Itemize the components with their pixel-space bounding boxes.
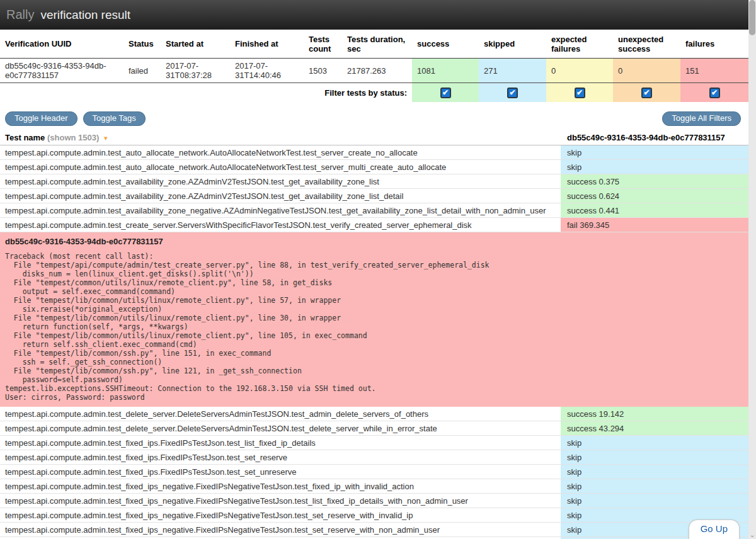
table-row[interactable]: tempest.api.compute.admin.test_delete_se… xyxy=(0,421,748,436)
summary-expected-failures-count: 0 xyxy=(546,59,613,83)
table-row[interactable]: tempest.api.compute.admin.test_auto_allo… xyxy=(0,160,748,174)
col-header-uuid: Verification UUID xyxy=(0,30,123,59)
test-status-cell: skip xyxy=(561,436,748,450)
table-row[interactable]: tempest.api.compute.admin.test_availabil… xyxy=(0,189,748,203)
test-status-cell: skip xyxy=(561,479,748,493)
test-name-cell: tempest.api.compute.admin.test_fixed_ips… xyxy=(0,479,561,493)
summary-tests-count: 1503 xyxy=(304,59,342,83)
toggle-header-button[interactable]: Toggle Header xyxy=(5,111,77,126)
table-row[interactable]: tempest.api.compute.admin.test_fixed_ips… xyxy=(0,436,748,450)
test-status-cell: success 19.142 xyxy=(561,407,748,421)
col-header-count: Tests count xyxy=(304,30,342,59)
test-status-cell: success 0.375 xyxy=(561,174,748,188)
checkmark-icon: ✔ xyxy=(643,89,650,96)
summary-skipped-count: 271 xyxy=(479,59,546,83)
test-name-cell: tempest.api.compute.admin.test_delete_se… xyxy=(0,421,561,435)
test-status-cell: skip xyxy=(561,465,748,479)
sort-caret-icon: ▾ xyxy=(104,134,108,142)
col-header-status: Status xyxy=(123,30,161,59)
test-name-cell: tempest.api.compute.admin.test_fixed_ips… xyxy=(0,494,561,508)
filter-cell-skipped: ✔ xyxy=(479,83,546,102)
checkmark-icon: ✔ xyxy=(442,89,449,96)
scrollbar-thumb[interactable] xyxy=(749,0,755,35)
filter-checkbox-failures[interactable]: ✔ xyxy=(709,88,720,98)
col-header-skipped: skipped xyxy=(479,30,546,59)
table-row[interactable]: tempest.api.compute.admin.test_auto_allo… xyxy=(0,145,748,160)
table-row[interactable]: tempest.api.compute.admin.test_fixed_ips… xyxy=(0,523,748,537)
filter-cell-expected-failures: ✔ xyxy=(546,83,613,102)
test-name-cell: tempest.api.compute.admin.test_availabil… xyxy=(0,174,561,188)
table-row[interactable]: tempest.api.compute.admin.test_create_se… xyxy=(0,218,748,232)
test-name-label: Test name xyxy=(5,133,45,142)
tests-table-header: Test name (shown 1503) ▾ db55c49c-9316-4… xyxy=(0,130,748,145)
checkmark-icon: ✔ xyxy=(576,89,583,96)
scrollbar-down-icon[interactable]: ⌄ xyxy=(748,531,756,538)
col-header-failures: failures xyxy=(680,30,748,59)
page-title: verification result xyxy=(40,8,130,22)
shown-count-label: (shown 1503) xyxy=(47,133,99,142)
summary-status: failed xyxy=(123,59,161,83)
table-row[interactable]: tempest.api.compute.admin.test_delete_se… xyxy=(0,407,748,421)
col-header-started: Started at xyxy=(161,30,230,59)
col-header-unexpected-success: unexpected success xyxy=(613,30,680,59)
table-row[interactable]: tempest.api.compute.admin.test_fixed_ips… xyxy=(0,508,748,523)
test-name-cell: tempest.api.compute.admin.test_auto_allo… xyxy=(0,145,561,159)
test-name-cell: tempest.api.compute.admin.test_availabil… xyxy=(0,189,561,203)
test-name-cell: tempest.api.compute.admin.test_delete_se… xyxy=(0,407,561,421)
filter-checkbox-success[interactable]: ✔ xyxy=(440,88,451,98)
test-name-cell: tempest.api.compute.admin.test_fixed_ips… xyxy=(0,523,561,536)
test-status-cell: skip xyxy=(561,494,748,508)
filter-cell-unexpected-success: ✔ xyxy=(613,83,680,102)
filter-cell-success: ✔ xyxy=(412,83,479,102)
filter-checkbox-skipped[interactable]: ✔ xyxy=(507,88,518,98)
checkmark-icon: ✔ xyxy=(509,89,515,96)
table-row[interactable]: tempest.api.compute.admin.test_fixed_ips… xyxy=(0,450,748,465)
test-name-cell: tempest.api.compute.admin.test_fixed_ips… xyxy=(0,436,561,450)
test-name-cell: tempest.api.compute.admin.test_auto_allo… xyxy=(0,160,561,174)
summary-tests-duration: 21787.263 xyxy=(342,59,412,83)
summary-failures-count: 151 xyxy=(680,59,748,83)
test-name-cell: tempest.api.compute.admin.test_create_se… xyxy=(0,218,561,232)
test-name-column-header[interactable]: Test name (shown 1503) ▾ xyxy=(0,130,561,145)
test-status-cell: fail 369.345 xyxy=(561,218,748,232)
test-status-cell: skip xyxy=(561,450,748,464)
summary-success-count: 1081 xyxy=(412,59,479,83)
test-status-cell: success 0.624 xyxy=(561,189,748,203)
test-status-cell: skip xyxy=(561,145,748,159)
rally-logo: Rally xyxy=(6,8,34,22)
table-row[interactable]: tempest.api.compute.admin.test_availabil… xyxy=(0,203,748,218)
test-name-cell: tempest.api.compute.admin.test_fixed_ips… xyxy=(0,465,561,479)
table-row[interactable]: tempest.api.compute.admin.test_fixed_ips… xyxy=(0,465,748,479)
col-header-success: success xyxy=(412,30,479,59)
app-header: Rally verification result xyxy=(0,0,748,30)
summary-finished: 2017-07-31T14:40:46 xyxy=(230,59,304,83)
test-rows: tempest.api.compute.admin.test_auto_allo… xyxy=(0,145,756,539)
test-name-cell: tempest.api.compute.admin.test_fixed_ips… xyxy=(0,508,561,522)
summary-uuid: db55c49c-9316-4353-94db-e0c777831157 xyxy=(0,59,123,83)
summary-unexpected-success-count: 0 xyxy=(613,59,680,83)
traceback-block: db55c49c-9316-4353-94db-e0c777831157 Tra… xyxy=(0,232,748,407)
filter-checkbox-unexpected-success[interactable]: ✔ xyxy=(641,88,652,98)
col-header-duration: Tests duration, sec xyxy=(342,30,412,59)
test-name-cell: tempest.api.compute.admin.test_availabil… xyxy=(0,203,561,217)
checkmark-icon: ✔ xyxy=(711,89,718,96)
verification-summary-table: Verification UUID Status Started at Fini… xyxy=(0,30,748,102)
traceback-text: Traceback (most recent call last): File … xyxy=(5,252,743,402)
traceback-uuid-title: db55c49c-9316-4353-94db-e0c777831157 xyxy=(5,237,743,246)
summary-started: 2017-07-31T08:37:28 xyxy=(161,59,230,83)
table-row[interactable]: tempest.api.compute.admin.test_availabil… xyxy=(0,174,748,189)
test-status-cell: success 0.441 xyxy=(561,203,748,217)
filter-by-status-label: Filter tests by status: xyxy=(0,83,412,102)
table-row[interactable]: tempest.api.compute.admin.test_fixed_ips… xyxy=(0,494,748,508)
toggle-all-filters-button[interactable]: Toggle All Filters xyxy=(662,111,741,126)
go-up-button[interactable]: Go Up xyxy=(689,519,740,539)
toolbar: Toggle Header Toggle Tags Toggle All Fil… xyxy=(5,111,741,126)
col-header-expected-failures: expected failures xyxy=(546,30,613,59)
vertical-scrollbar[interactable]: ⌄ xyxy=(748,0,756,539)
test-name-cell: tempest.api.compute.admin.test_fixed_ips… xyxy=(0,450,561,464)
toggle-tags-button[interactable]: Toggle Tags xyxy=(83,111,146,126)
table-row[interactable]: tempest.api.compute.admin.test_fixed_ips… xyxy=(0,479,748,494)
filter-checkbox-expected-failures[interactable]: ✔ xyxy=(575,88,585,98)
verification-uuid-column-header: db55c49c-9316-4353-94db-e0c777831157 xyxy=(561,130,748,145)
filter-cell-failures: ✔ xyxy=(680,83,748,102)
